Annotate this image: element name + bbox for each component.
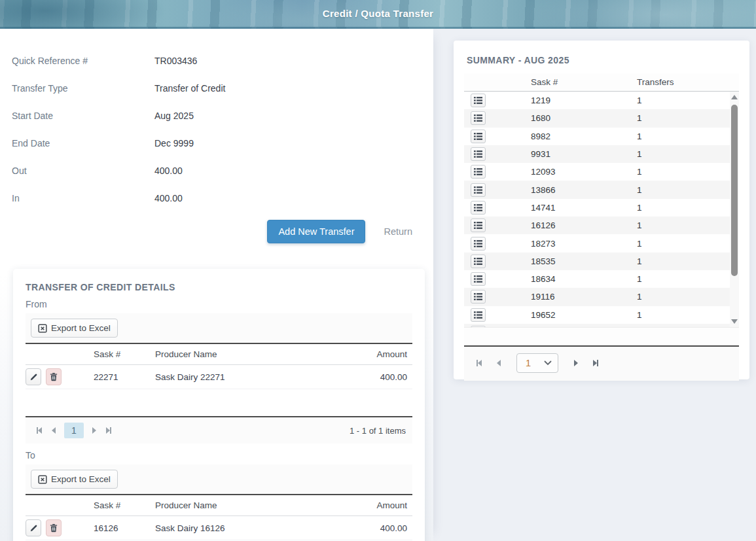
row-detail-button[interactable] xyxy=(471,272,486,286)
row-detail-button[interactable] xyxy=(471,254,486,268)
last-page-button[interactable] xyxy=(101,423,116,438)
first-page-button[interactable] xyxy=(472,355,486,371)
summary-grid-footer-strip xyxy=(464,327,739,345)
table-row: 8982 1 xyxy=(464,128,730,145)
vertical-scrollbar[interactable] xyxy=(730,92,739,327)
form-row-in: In 400.00 xyxy=(12,184,433,212)
list-icon xyxy=(473,275,483,283)
scrollbar-thumb[interactable] xyxy=(731,105,738,276)
summary-grid-viewport: 1219 1 1680 1 8982 1 9931 1 12093 1 xyxy=(464,92,739,327)
scroll-down-icon[interactable] xyxy=(731,319,738,324)
trash-icon xyxy=(50,372,58,381)
export-excel-label: Export to Excel xyxy=(51,323,111,333)
row-detail-button[interactable] xyxy=(471,308,486,322)
row-detail-button[interactable] xyxy=(471,290,486,304)
table-row: 19116 1 xyxy=(464,288,730,305)
table-row: 1219 1 xyxy=(464,92,730,109)
transfer-type-value: Transfer of Credit xyxy=(154,83,225,94)
previous-page-button[interactable] xyxy=(46,423,61,438)
previous-page-button[interactable] xyxy=(492,355,506,371)
sask-number-cell: 8982 xyxy=(493,131,598,141)
in-value: 400.00 xyxy=(154,193,183,203)
next-page-button[interactable] xyxy=(569,355,583,371)
form-row-out: Out 400.00 xyxy=(12,157,433,184)
row-detail-button[interactable] xyxy=(471,201,486,215)
delete-button[interactable] xyxy=(46,519,62,536)
current-page-button[interactable]: 1 xyxy=(64,423,84,438)
transfers-cell: 1 xyxy=(598,167,730,177)
list-icon xyxy=(473,167,483,176)
pager-info: 1 - 1 of 1 items xyxy=(350,426,406,436)
row-detail-button[interactable] xyxy=(471,94,486,107)
from-export-excel-button[interactable]: Export to Excel xyxy=(31,319,118,338)
row-detail-button[interactable] xyxy=(471,130,486,143)
transfers-cell: 1 xyxy=(598,203,730,213)
next-page-button[interactable] xyxy=(87,423,101,438)
producer-name-cell: Sask Dairy 16126 xyxy=(155,523,347,533)
row-detail-button[interactable] xyxy=(471,237,486,251)
table-row: 16126 Sask Dairy 16126 400.00 xyxy=(26,516,412,540)
from-grid-toolbar: Export to Excel xyxy=(26,313,412,343)
details-title: TRANSFER OF CREDIT DETAILS xyxy=(26,282,412,292)
export-excel-label: Export to Excel xyxy=(51,474,111,484)
to-label: To xyxy=(26,450,412,461)
sask-number-cell: 13866 xyxy=(493,185,598,195)
transfers-cell: 1 xyxy=(598,239,730,249)
amount-column-header: Amount xyxy=(347,349,412,359)
list-icon xyxy=(473,96,483,105)
table-row: 18634 1 xyxy=(464,270,730,288)
transfers-cell: 1 xyxy=(598,96,730,105)
to-grid: Export to Excel Sask # Producer Name Amo… xyxy=(26,464,412,541)
row-detail-button[interactable] xyxy=(471,165,486,179)
to-export-excel-button[interactable]: Export to Excel xyxy=(31,470,118,489)
amount-cell: 400.00 xyxy=(347,523,412,533)
amount-cell: 400.00 xyxy=(347,372,412,382)
transfers-cell: 1 xyxy=(598,310,730,320)
sask-number-cell: 19652 xyxy=(493,310,598,320)
list-icon xyxy=(473,257,483,266)
sask-number-cell: 1680 xyxy=(493,113,598,123)
transfer-summary-form: Quick Reference # TR003436 Transfer Type… xyxy=(0,29,433,212)
return-link[interactable]: Return xyxy=(384,226,412,237)
to-grid-body: 16126 Sask Dairy 16126 400.00 xyxy=(26,516,412,541)
table-row: 18273 1 xyxy=(464,234,730,252)
row-detail-button[interactable] xyxy=(471,326,486,327)
edit-button[interactable] xyxy=(26,368,41,385)
list-icon xyxy=(473,221,483,230)
out-value: 400.00 xyxy=(154,166,183,176)
table-row: 13866 1 xyxy=(464,181,730,198)
seek-last-icon xyxy=(110,427,111,434)
row-detail-button[interactable] xyxy=(471,111,486,125)
table-row: 18535 1 xyxy=(464,253,730,270)
transfers-column-header: Transfers xyxy=(598,77,739,87)
sask-number-cell: 12093 xyxy=(493,167,598,177)
transfers-cell: 1 xyxy=(598,185,730,195)
row-detail-button[interactable] xyxy=(471,183,486,197)
prev-icon xyxy=(497,360,501,366)
out-label: Out xyxy=(12,166,154,176)
last-page-button[interactable] xyxy=(588,355,603,371)
scroll-up-icon[interactable] xyxy=(731,95,738,99)
from-grid-pager: 1 1 - 1 of 1 items xyxy=(26,416,412,444)
list-icon xyxy=(473,186,483,194)
sask-number-cell: 9931 xyxy=(493,149,598,159)
delete-button[interactable] xyxy=(46,368,62,385)
summary-panel: SUMMARY - AUG 2025 Sask # Transfers 1219… xyxy=(454,41,749,379)
add-new-transfer-button[interactable]: Add New Transfer xyxy=(267,220,365,243)
transfers-cell: 1 xyxy=(598,113,730,123)
to-grid-header: Sask # Producer Name Amount xyxy=(26,494,412,516)
row-detail-button[interactable] xyxy=(471,218,486,232)
page-header: Credit / Quota Transfer xyxy=(0,0,756,29)
in-label: In xyxy=(12,193,154,203)
quick-reference-label: Quick Reference # xyxy=(12,56,154,66)
amount-column-header: Amount xyxy=(347,500,412,510)
page-select[interactable]: 1 xyxy=(516,353,558,373)
summary-grid-rows: 1219 1 1680 1 8982 1 9931 1 12093 1 xyxy=(464,92,730,327)
sask-number-cell: 18273 xyxy=(493,239,598,249)
first-page-button[interactable] xyxy=(32,423,46,438)
main-content-column: Quick Reference # TR003436 Transfer Type… xyxy=(0,29,433,541)
transfers-cell: 1 xyxy=(598,292,730,302)
table-row: 14741 1 xyxy=(464,199,730,217)
edit-button[interactable] xyxy=(26,519,41,536)
row-detail-button[interactable] xyxy=(471,147,486,161)
